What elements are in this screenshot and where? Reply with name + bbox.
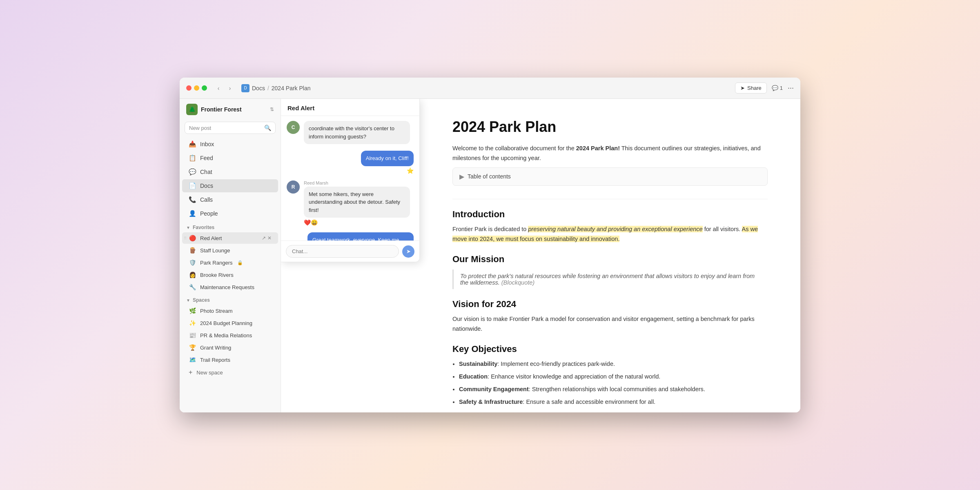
outgoing-message-wrapper: Great teamwork, everyone. Keep me update… [307,232,414,241]
minimize-button[interactable] [194,85,199,91]
share-button[interactable]: ➤ Share [735,82,767,94]
section-heading-objectives: Key Objectives [452,344,768,354]
message-row: Already on it, Cliff! ⭐ [287,151,414,174]
highlight-text: preserving natural beauty and providing … [528,226,702,232]
red-alert-icon: 🔴 [189,235,196,241]
doc-section-intro: Introduction Frontier Park is dedicated … [452,209,768,244]
sidebar-item-people[interactable]: 👤 People [182,207,278,220]
brooke-rivers-label: Brooke Rivers [200,272,234,278]
avatar: C [287,121,300,134]
close-icon[interactable]: ✕ [267,235,272,241]
workspace-chevron-icon: ⇅ [270,107,274,112]
sidebar-item-calls[interactable]: 📞 Calls [182,193,278,206]
sidebar-item-pr[interactable]: 📰 PR & Media Relations [182,330,278,341]
close-button[interactable] [186,85,192,91]
message-text: Met some hikers, they were understanding… [304,187,410,218]
new-space-button[interactable]: + New space [182,366,278,379]
red-alert-actions: ↗ ✕ [262,235,272,241]
message-with-sender: Reed Marsh Met some hikers, they were un… [304,180,410,226]
pr-icon: 📰 [189,332,196,339]
toc-section[interactable]: ▶ Table of contents [452,167,768,186]
sidebar-item-chat[interactable]: 💬 Chat [182,165,278,178]
sidebar-item-red-alert[interactable]: ⠿ 🔴 Red Alert ↗ ✕ [182,232,278,244]
park-rangers-label: Park Rangers [200,260,232,266]
message-text: Already on it, Cliff! [361,151,414,166]
sidebar-item-photo-stream[interactable]: 🌿 Photo Stream [182,305,278,316]
message-row: C coordinate with the visitor's center t… [287,121,414,144]
search-icon[interactable]: 🔍 [264,125,271,131]
sidebar-item-docs[interactable]: 📄 Docs [182,179,278,192]
message-row: Great teamwork, everyone. Keep me update… [287,232,414,241]
photo-stream-icon: 🌿 [189,307,196,314]
spaces-section: ▼ Spaces [180,293,281,305]
back-button[interactable]: ‹ [214,83,223,93]
lock-icon: 🔒 [237,260,243,265]
trail-icon: 🗺️ [189,356,196,363]
blockquote-link[interactable]: (Blockquote) [501,279,535,286]
objective-label: Sustainability [459,361,497,367]
section-content-intro: Frontier Park is dedicated to preserving… [452,225,768,244]
section-content-vision: Our vision is to make Frontier Park a mo… [452,314,768,334]
staff-lounge-icon: 🪵 [189,247,196,254]
section-heading-vision: Vision for 2024 [452,299,768,310]
fullscreen-button[interactable] [202,85,207,91]
sidebar-item-feed[interactable]: 📋 Feed [182,151,278,165]
sidebar-item-grant[interactable]: 🏆 Grant Writing [182,342,278,353]
new-space-label: New space [196,370,223,376]
feed-icon: 📋 [189,154,196,162]
workspace-header[interactable]: 🌲 Frontier Forest ⇅ [180,99,281,120]
park-rangers-icon: 🛡️ [189,259,196,266]
document-title: 2024 Park Plan [452,118,768,136]
forward-button[interactable]: › [225,83,235,93]
app-body: 🌲 Frontier Forest ⇅ New post 🔍 📥 Inbox 📋… [180,99,800,412]
more-options-button[interactable]: ··· [788,84,794,92]
maintenance-label: Maintenance Requests [200,284,254,290]
chat-input[interactable] [286,245,399,258]
sidebar-item-maintenance[interactable]: 🔧 Maintenance Requests [182,281,278,293]
app-window: ‹ › D Docs / 2024 Park Plan ➤ Share 💬 1 … [180,78,800,412]
toc-arrow-icon: ▶ [459,173,464,180]
comments-button[interactable]: 💬 1 [772,85,783,91]
inbox-icon: 📥 [189,140,196,148]
intro-italic: preserving natural beauty and providing … [528,226,702,232]
spaces-chevron-icon: ▼ [186,298,190,303]
chat-input-area: ➤ [281,241,419,262]
share-icon: ➤ [740,85,745,91]
sidebar-item-brooke-rivers[interactable]: 👩 Brooke Rivers [182,269,278,281]
share-label: Share [747,85,762,91]
new-post-bar[interactable]: New post 🔍 [185,122,276,134]
new-post-text: New post [189,125,261,131]
breadcrumb-page[interactable]: 2024 Park Plan [272,85,311,91]
traffic-lights [186,85,207,91]
sidebar-item-inbox[interactable]: 📥 Inbox [182,138,278,151]
objective-item: Sustainability: Implement eco-friendly p… [459,359,768,369]
objective-label: Safety & Infrastructure [459,399,523,405]
workspace-name: Frontier Forest [201,106,267,113]
doc-divider [452,199,768,199]
drag-handle-icon: ⠿ [184,236,187,241]
docs-nav-icon: 📄 [189,182,196,189]
comment-count: 1 [780,85,783,91]
pr-label: PR & Media Relations [200,332,252,339]
trail-label: Trail Reports [200,357,230,363]
doc-intro-bold: 2024 Park Plan! [576,145,620,151]
sidebar-item-staff-lounge[interactable]: 🪵 Staff Lounge [182,245,278,256]
chat-label: Chat [200,169,212,175]
docs-label: Docs [200,183,213,189]
favorites-chevron-icon: ▼ [186,225,190,230]
objective-label: Education [459,373,488,380]
spaces-label: Spaces [193,297,210,303]
breadcrumb-docs[interactable]: Docs [252,85,265,91]
comment-icon: 💬 [772,85,778,91]
sidebar-item-park-rangers[interactable]: 🛡️ Park Rangers 🔒 [182,257,278,268]
outgoing-message-wrapper: Already on it, Cliff! ⭐ [361,151,414,174]
workspace-icon: 🌲 [186,104,198,115]
people-icon: 👤 [189,210,196,217]
sidebar-item-budget[interactable]: ✨ 2024 Budget Planning [182,317,278,329]
objectives-list: Sustainability: Implement eco-friendly p… [459,359,768,407]
new-space-plus-icon: + [189,369,192,376]
send-button[interactable]: ➤ [402,245,414,258]
feed-label: Feed [200,155,213,161]
sidebar-item-trail[interactable]: 🗺️ Trail Reports [182,354,278,365]
toc-label: Table of contents [468,173,511,180]
